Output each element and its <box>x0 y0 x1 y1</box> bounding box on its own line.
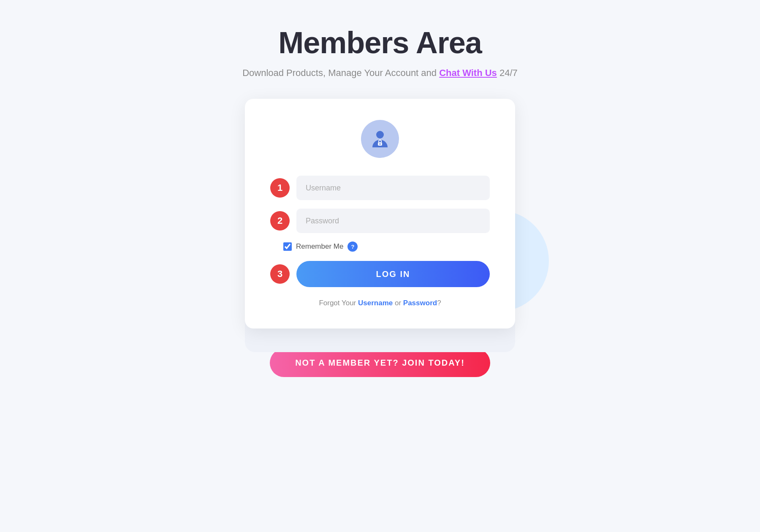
password-input[interactable] <box>296 209 490 233</box>
svg-point-0 <box>376 131 384 138</box>
username-input[interactable] <box>296 176 490 200</box>
svg-point-2 <box>380 144 381 145</box>
step-badge-3: 3 <box>270 264 290 284</box>
forgot-username-link[interactable]: Username <box>358 299 393 307</box>
avatar <box>361 120 399 158</box>
card-wrapper: 1 2 Remember Me ? 3 LOG IN Forgot Your U… <box>228 99 532 328</box>
step-badge-2: 2 <box>270 211 290 231</box>
subtitle-247: 24/7 <box>499 68 518 78</box>
page-title: Members Area <box>278 25 482 60</box>
step-badge-1: 1 <box>270 178 290 198</box>
password-row: 2 <box>270 209 490 233</box>
username-row: 1 <box>270 176 490 200</box>
forgot-password-link[interactable]: Password <box>403 299 437 307</box>
chat-link[interactable]: Chat With Us <box>439 68 497 78</box>
forgot-text: Forgot Your Username or Password? <box>270 299 490 307</box>
page-subtitle: Download Products, Manage Your Account a… <box>242 68 518 79</box>
remember-label: Remember Me <box>296 242 343 251</box>
join-button[interactable]: NOT A MEMBER YET? JOIN TODAY! <box>270 349 490 377</box>
login-row: 3 LOG IN <box>270 261 490 287</box>
login-card: 1 2 Remember Me ? 3 LOG IN Forgot Your U… <box>245 99 515 328</box>
subtitle-before: Download Products, Manage Your Account a… <box>242 68 437 78</box>
remember-checkbox[interactable] <box>283 242 292 251</box>
help-icon[interactable]: ? <box>347 242 358 252</box>
remember-row: Remember Me ? <box>283 242 503 252</box>
user-icon <box>369 128 391 150</box>
forgot-prefix: Forgot Your <box>319 299 356 307</box>
login-button[interactable]: LOG IN <box>296 261 490 287</box>
